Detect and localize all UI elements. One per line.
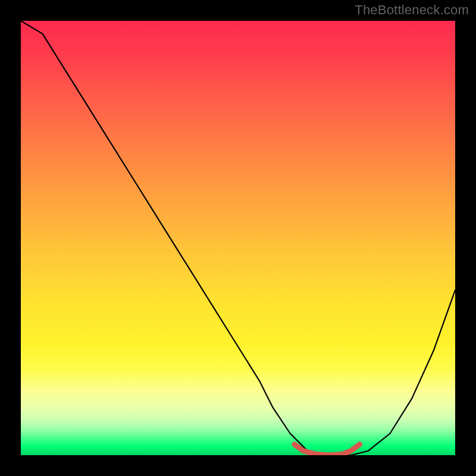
bottleneck-curve (21, 21, 455, 455)
plot-area (21, 21, 455, 455)
chart-frame: TheBottleneck.com (0, 0, 476, 476)
watermark-text: TheBottleneck.com (355, 2, 469, 18)
curve-layer (21, 21, 455, 455)
optimal-range-marker (295, 444, 360, 455)
